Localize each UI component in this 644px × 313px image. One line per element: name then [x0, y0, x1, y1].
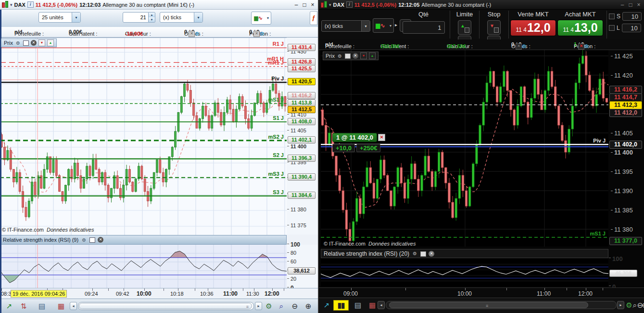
position-settings-icon[interactable]: ⚙: [584, 43, 589, 50]
instrument-menu-arrow[interactable]: ▾: [329, 2, 331, 7]
close-button[interactable]: ×: [309, 1, 316, 8]
stop-distance-input[interactable]: [622, 12, 642, 21]
instrument-name: DAX: [333, 2, 344, 8]
position-label[interactable]: 1 @ 11 402,0: [332, 133, 377, 142]
rsi-title: Relative strength index (RSI) (20): [324, 250, 409, 257]
time-tick: [567, 288, 567, 290]
chevron-down-icon[interactable]: ▾: [194, 13, 202, 22]
scroll-right-icon[interactable]: ▸: [617, 301, 624, 309]
left-price-chart[interactable]: R1 JmR1 HmR1 JPiv JmS1 JS1 JmS2 JS2 JmS3…: [0, 38, 287, 235]
tick-count-input[interactable]: [123, 12, 149, 23]
close-position-icon[interactable]: ✕: [378, 134, 385, 141]
tick-count-stepper[interactable]: ▲▼: [123, 12, 155, 23]
strategy-icon[interactable]: ƒ: [310, 11, 317, 25]
scroll-right-icon[interactable]: ▸: [255, 302, 262, 310]
wrench-icon[interactable]: ⚙: [81, 237, 87, 243]
close-icon[interactable]: ✕: [429, 251, 434, 257]
wrench-icon[interactable]: ⚙: [412, 250, 418, 257]
limit-distance-input[interactable]: [622, 24, 641, 32]
time-tick: [506, 288, 507, 290]
scrollbar-thumb[interactable]: ≡: [389, 302, 588, 308]
level-label-s3-j: S3 J: [273, 189, 284, 195]
zoom-in-icon[interactable]: ⊕: [303, 301, 314, 312]
candlestick-icon: [321, 2, 327, 8]
position-settings-icon[interactable]: ⚙: [259, 31, 264, 37]
notes-icon[interactable]: ▤: [353, 300, 363, 311]
orders-settings-icon[interactable]: ⚙: [521, 43, 526, 50]
candlestick-icon: [2, 2, 8, 8]
chevron-down-icon[interactable]: ▾: [265, 16, 271, 20]
chart-type-button[interactable]: ▆∿ ▾: [251, 12, 271, 25]
close-icon[interactable]: ✕: [31, 40, 37, 46]
sell-arrow-icon[interactable]: ▼: [360, 52, 367, 59]
limite-achat-button[interactable]: ▲: [458, 20, 471, 35]
minimize-button[interactable]: ‒: [619, 1, 626, 8]
info-icon[interactable]: i: [27, 1, 34, 8]
quantity-input[interactable]: [403, 21, 445, 34]
orders-display-icon[interactable]: ⇅: [18, 301, 29, 312]
time-scrollbar[interactable]: ≡: [78, 302, 254, 310]
window-icon[interactable]: [89, 237, 95, 243]
close-position-icon[interactable]: ✕: [253, 31, 260, 37]
price-level-box: 11 412,0: [609, 109, 642, 117]
chevron-down-icon[interactable]: ▾: [72, 13, 80, 22]
orderbook-icon[interactable]: ▦: [367, 300, 378, 311]
draw-chart-icon[interactable]: ↗: [321, 300, 332, 311]
spin-down-icon[interactable]: ▼: [149, 17, 155, 22]
chevron-down-icon[interactable]: ▾: [361, 21, 370, 31]
close-icon[interactable]: ✕: [98, 237, 103, 243]
backtest-wrench-icon[interactable]: ⚙: [264, 301, 274, 312]
buy-market-button[interactable]: 11 413,0: [557, 20, 603, 36]
close-position-icon[interactable]: ✕: [578, 43, 584, 50]
instrument-menu-arrow[interactable]: ▾: [10, 2, 13, 7]
maximize-button[interactable]: □: [627, 1, 634, 8]
limit-checkbox[interactable]: [609, 25, 615, 31]
right-price-chart[interactable]: 1 @ 11 402,0 ✕ +10,0 +250€ Piv JmS1 J: [321, 50, 608, 247]
time-scrollbar[interactable]: ≡: [386, 301, 617, 309]
buy-arrow-icon[interactable]: ▲: [369, 52, 376, 59]
maximize-button[interactable]: □: [301, 1, 308, 8]
stop-vente-button[interactable]: ▼: [487, 20, 501, 35]
left-titlebar: ▾ DAX i 11 412,5 (-0,06%) 12:12:03 Allem…: [0, 0, 318, 10]
position-badge[interactable]: 1 @ 11 402,0 ✕ +10,0 +250€: [332, 133, 385, 152]
time-label: 09:42: [116, 291, 129, 297]
orderbook-icon[interactable]: ▦: [56, 301, 66, 312]
timescale-select[interactable]: (x) ticks ▾: [321, 20, 370, 32]
sell-arrow-icon[interactable]: ▼: [38, 39, 45, 46]
stop-checkbox[interactable]: [609, 13, 615, 19]
draw-chart-icon[interactable]: ↗: [4, 301, 14, 312]
notes-icon[interactable]: ▤: [37, 301, 47, 312]
spin-up-icon[interactable]: ▲: [149, 13, 155, 17]
scrollbar-thumb[interactable]: ≡: [79, 303, 252, 309]
limite-label: Limite: [450, 11, 479, 18]
price-tick: 11 385: [614, 207, 633, 214]
zoom-out-icon[interactable]: ⊖: [290, 301, 300, 312]
sell-market-button[interactable]: 11 412,0: [510, 20, 556, 36]
scroll-left-icon[interactable]: ◂: [378, 301, 385, 309]
zoom-in-icon[interactable]: ⊕: [640, 300, 644, 311]
timescale-select[interactable]: (x) ticks ▾: [160, 12, 203, 23]
units-select[interactable]: 25 unités ▾: [38, 12, 81, 23]
window-icon[interactable]: [420, 251, 426, 257]
info-icon[interactable]: i: [346, 1, 353, 8]
window-icon[interactable]: [23, 40, 29, 46]
zoom-fit-icon[interactable]: ⌕: [276, 301, 287, 312]
cancel-orders-icon[interactable]: ✕: [189, 31, 195, 37]
cancel-orders-icon[interactable]: ✕: [516, 43, 522, 50]
close-button[interactable]: ×: [635, 1, 642, 8]
wrench-icon[interactable]: ⚙: [15, 40, 21, 46]
orders-settings-icon[interactable]: ⚙: [194, 31, 199, 37]
buy-arrow-icon[interactable]: ▲: [47, 39, 54, 46]
left-rsi-chart[interactable]: [0, 245, 287, 288]
close-icon[interactable]: ✕: [353, 53, 358, 59]
chart-type-button[interactable]: ▆∿ ▾: [373, 18, 394, 33]
orders-on-chart-icon[interactable]: ▮▮: [333, 300, 349, 311]
window-icon[interactable]: [345, 53, 351, 59]
price-panel-chip: Prix ⚙ ✕ ▼ ▲: [323, 52, 379, 60]
minimize-button[interactable]: ‒: [293, 1, 300, 8]
expand-icon[interactable]: ▸: [395, 22, 397, 27]
scroll-left-icon[interactable]: ◂: [70, 302, 77, 310]
right-rsi-chart[interactable]: [321, 259, 608, 287]
wrench-icon[interactable]: ⚙: [337, 53, 343, 59]
chevron-down-icon[interactable]: ▾: [388, 24, 393, 28]
